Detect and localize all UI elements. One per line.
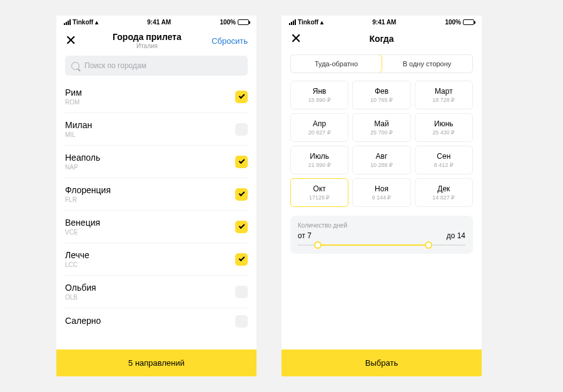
battery-label: 100% bbox=[445, 19, 461, 26]
month-cell[interactable]: Фев10 765 ₽ bbox=[352, 81, 410, 109]
month-cell[interactable]: Май25 700 ₽ bbox=[352, 113, 410, 142]
month-name: Ноя bbox=[355, 184, 407, 193]
month-cell[interactable]: Март18 728 ₽ bbox=[415, 81, 473, 109]
city-row[interactable]: Салерно bbox=[65, 308, 248, 334]
carrier-label: Tinkoff bbox=[73, 19, 93, 26]
carrier-label: Tinkoff bbox=[298, 19, 318, 26]
close-button[interactable]: ✕ bbox=[65, 34, 84, 48]
page-subtitle: Италия bbox=[84, 43, 210, 49]
month-price: 17128 ₽ bbox=[293, 194, 345, 201]
status-time: 9:41 AM bbox=[147, 19, 171, 26]
month-price: 10 288 ₽ bbox=[355, 162, 407, 168]
month-price: 18 728 ₽ bbox=[418, 97, 470, 103]
city-row[interactable]: ВенецияVCE bbox=[65, 211, 248, 243]
header: ✕ Когда bbox=[282, 28, 482, 52]
tab-roundtrip[interactable]: Туда-обратно bbox=[290, 54, 382, 73]
status-time: 9:41 AM bbox=[372, 19, 396, 26]
month-cell[interactable]: Сен8 412 ₽ bbox=[415, 146, 473, 174]
signal-icon bbox=[64, 19, 71, 25]
month-price: 9 144 ₽ bbox=[355, 194, 407, 201]
month-cell[interactable]: Окт17128 ₽ bbox=[290, 178, 348, 207]
close-button[interactable]: ✕ bbox=[290, 32, 309, 46]
wifi-icon: ▴ bbox=[95, 19, 98, 26]
page-title: Города прилета bbox=[84, 32, 210, 42]
month-cell[interactable]: Июль21 890 ₽ bbox=[290, 146, 348, 174]
search-input[interactable]: Поиск по городам bbox=[65, 56, 248, 76]
city-checkbox[interactable] bbox=[235, 221, 248, 233]
search-icon bbox=[71, 62, 79, 70]
days-to: до 14 bbox=[447, 231, 465, 240]
city-checkbox[interactable] bbox=[235, 91, 248, 103]
battery-label: 100% bbox=[220, 19, 236, 26]
month-cell[interactable]: Авг10 288 ₽ bbox=[352, 146, 410, 174]
signal-icon bbox=[289, 19, 296, 25]
header: ✕ Города прилета Италия Сбросить bbox=[56, 28, 256, 56]
city-name: Флоренция bbox=[65, 185, 111, 195]
city-row[interactable]: ЛеччеLCC bbox=[65, 243, 248, 276]
tab-oneway[interactable]: В одну сторону bbox=[382, 55, 472, 73]
city-code: OLB bbox=[65, 294, 96, 301]
apply-button[interactable]: 5 направлений bbox=[56, 349, 256, 376]
city-name: Лечче bbox=[65, 250, 89, 260]
month-cell[interactable]: Июнь25 430 ₽ bbox=[415, 113, 473, 142]
city-checkbox[interactable] bbox=[235, 156, 248, 168]
month-name: Апр bbox=[293, 119, 345, 128]
city-code: NAP bbox=[65, 164, 100, 171]
status-bar: Tinkoff ▴ 9:41 AM 100% bbox=[282, 16, 482, 28]
month-name: Фев bbox=[355, 87, 407, 96]
month-name: Май bbox=[355, 119, 407, 128]
city-code: LCC bbox=[65, 261, 89, 268]
month-name: Сен bbox=[418, 152, 470, 161]
month-cell[interactable]: Янв15 890 ₽ bbox=[290, 81, 348, 109]
city-name: Рим bbox=[65, 88, 82, 98]
city-checkbox[interactable] bbox=[235, 188, 248, 201]
month-price: 10 765 ₽ bbox=[355, 97, 407, 103]
battery-icon bbox=[238, 19, 249, 25]
trip-type-segmented: Туда-обратно В одну сторону bbox=[290, 54, 473, 73]
city-row[interactable]: ОльбияOLB bbox=[65, 276, 248, 308]
city-code: FLR bbox=[65, 196, 111, 203]
city-checkbox[interactable] bbox=[235, 286, 248, 298]
city-name: Венеция bbox=[65, 218, 100, 228]
month-name: Авг bbox=[355, 152, 407, 161]
city-row[interactable]: ФлоренцияFLR bbox=[65, 178, 248, 211]
city-list: РимROMМиланMILНеапольNAPФлоренцияFLRВене… bbox=[56, 81, 256, 376]
city-checkbox[interactable] bbox=[235, 123, 248, 136]
days-range: Количество дней от 7 до 14 bbox=[290, 216, 473, 254]
month-name: Янв bbox=[293, 87, 345, 96]
month-price: 15 890 ₽ bbox=[293, 97, 345, 103]
city-name: Неаполь bbox=[65, 153, 100, 163]
search-placeholder: Поиск по городам bbox=[84, 61, 146, 70]
city-row[interactable]: НеапольNAP bbox=[65, 146, 248, 178]
month-cell[interactable]: Дек14 827 ₽ bbox=[415, 178, 473, 207]
month-cell[interactable]: Апр20 827 ₽ bbox=[290, 113, 348, 142]
city-row[interactable]: РимROM bbox=[65, 81, 248, 113]
city-checkbox[interactable] bbox=[235, 253, 248, 266]
wifi-icon: ▴ bbox=[320, 19, 323, 26]
city-code: ROM bbox=[65, 99, 82, 106]
city-name: Ольбия bbox=[65, 283, 96, 293]
months-grid: Янв15 890 ₽Фев10 765 ₽Март18 728 ₽Апр20 … bbox=[282, 81, 482, 207]
month-name: Июнь bbox=[418, 119, 470, 128]
city-checkbox[interactable] bbox=[235, 315, 248, 328]
days-slider[interactable] bbox=[298, 241, 465, 249]
city-code: MIL bbox=[65, 131, 92, 138]
days-label: Количество дней bbox=[298, 222, 465, 229]
status-bar: Tinkoff ▴ 9:41 AM 100% bbox=[56, 16, 256, 28]
month-price: 25 430 ₽ bbox=[418, 129, 470, 136]
slider-handle-min[interactable] bbox=[314, 241, 322, 249]
city-row[interactable]: МиланMIL bbox=[65, 113, 248, 146]
month-price: 20 827 ₽ bbox=[293, 129, 345, 136]
reset-button[interactable]: Сбросить bbox=[210, 36, 248, 46]
slider-handle-max[interactable] bbox=[425, 241, 432, 249]
cities-screen: Tinkoff ▴ 9:41 AM 100% ✕ Города прилета … bbox=[56, 16, 256, 376]
days-from: от 7 bbox=[298, 231, 312, 240]
battery-icon bbox=[463, 19, 474, 25]
city-code: VCE bbox=[65, 229, 100, 236]
when-screen: Tinkoff ▴ 9:41 AM 100% ✕ Когда Туда-обра… bbox=[282, 16, 482, 376]
month-price: 8 412 ₽ bbox=[418, 162, 470, 168]
select-button[interactable]: Выбрать bbox=[282, 349, 482, 376]
month-price: 14 827 ₽ bbox=[418, 194, 470, 201]
month-name: Дек bbox=[418, 184, 470, 193]
month-cell[interactable]: Ноя9 144 ₽ bbox=[352, 178, 410, 207]
